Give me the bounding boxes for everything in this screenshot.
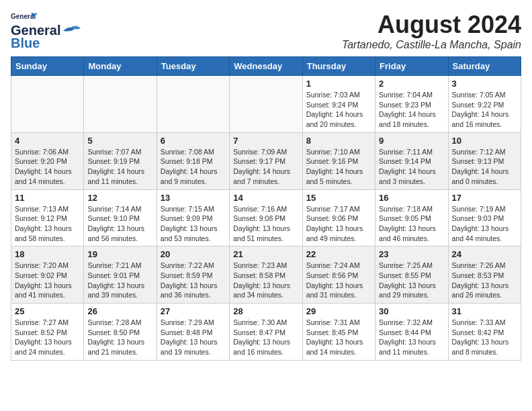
day-number: 14 xyxy=(233,193,298,203)
day-info: Sunrise: 7:16 AM Sunset: 9:08 PM Dayligh… xyxy=(233,204,298,244)
calendar-week-row: 1Sunrise: 7:03 AM Sunset: 9:24 PM Daylig… xyxy=(11,76,521,133)
day-info: Sunrise: 7:28 AM Sunset: 8:50 PM Dayligh… xyxy=(87,318,152,357)
calendar-week-row: 4Sunrise: 7:06 AM Sunset: 9:20 PM Daylig… xyxy=(11,132,521,189)
day-info: Sunrise: 7:29 AM Sunset: 8:48 PM Dayligh… xyxy=(161,318,226,357)
calendar-cell xyxy=(230,76,302,133)
day-number: 8 xyxy=(306,136,371,146)
day-number: 7 xyxy=(233,136,298,146)
day-info: Sunrise: 7:15 AM Sunset: 9:09 PM Dayligh… xyxy=(161,204,226,244)
day-number: 24 xyxy=(452,249,517,259)
column-header-wednesday: Wednesday xyxy=(230,57,302,76)
calendar-cell: 27Sunrise: 7:29 AM Sunset: 8:48 PM Dayli… xyxy=(157,304,229,361)
day-info: Sunrise: 7:11 AM Sunset: 9:14 PM Dayligh… xyxy=(379,147,444,187)
calendar-cell: 10Sunrise: 7:12 AM Sunset: 9:13 PM Dayli… xyxy=(448,132,521,189)
column-header-sunday: Sunday xyxy=(11,57,84,76)
day-info: Sunrise: 7:23 AM Sunset: 8:58 PM Dayligh… xyxy=(233,261,298,300)
day-info: Sunrise: 7:14 AM Sunset: 9:10 PM Dayligh… xyxy=(87,204,152,244)
calendar-cell xyxy=(11,76,84,133)
day-number: 31 xyxy=(452,306,517,316)
day-info: Sunrise: 7:08 AM Sunset: 9:18 PM Dayligh… xyxy=(161,147,226,187)
day-info: Sunrise: 7:05 AM Sunset: 9:22 PM Dayligh… xyxy=(452,90,517,130)
calendar-cell: 16Sunrise: 7:18 AM Sunset: 9:05 PM Dayli… xyxy=(375,189,448,246)
calendar-cell: 23Sunrise: 7:25 AM Sunset: 8:55 PM Dayli… xyxy=(375,246,448,304)
calendar-week-row: 25Sunrise: 7:27 AM Sunset: 8:52 PM Dayli… xyxy=(11,304,521,361)
day-info: Sunrise: 7:30 AM Sunset: 8:47 PM Dayligh… xyxy=(233,318,298,357)
column-header-saturday: Saturday xyxy=(448,57,521,76)
calendar-cell: 19Sunrise: 7:21 AM Sunset: 9:01 PM Dayli… xyxy=(84,246,157,304)
day-number: 21 xyxy=(233,249,298,259)
calendar-cell: 3Sunrise: 7:05 AM Sunset: 9:22 PM Daylig… xyxy=(448,76,521,133)
calendar-week-row: 18Sunrise: 7:20 AM Sunset: 9:02 PM Dayli… xyxy=(11,246,521,304)
logo-bird-icon xyxy=(62,24,82,38)
day-info: Sunrise: 7:12 AM Sunset: 9:13 PM Dayligh… xyxy=(452,147,517,187)
calendar-cell: 2Sunrise: 7:04 AM Sunset: 9:23 PM Daylig… xyxy=(375,76,448,133)
day-number: 22 xyxy=(306,249,371,259)
day-info: Sunrise: 7:20 AM Sunset: 9:02 PM Dayligh… xyxy=(15,261,80,300)
day-number: 9 xyxy=(379,136,444,146)
day-number: 16 xyxy=(379,193,444,203)
calendar-cell: 26Sunrise: 7:28 AM Sunset: 8:50 PM Dayli… xyxy=(84,304,157,361)
day-number: 29 xyxy=(306,306,371,316)
calendar-week-row: 11Sunrise: 7:13 AM Sunset: 9:12 PM Dayli… xyxy=(11,189,521,246)
day-number: 3 xyxy=(452,79,517,89)
title-area: August 2024 Tartanedo, Castille-La Manch… xyxy=(342,11,521,51)
day-info: Sunrise: 7:17 AM Sunset: 9:06 PM Dayligh… xyxy=(306,204,371,244)
calendar-cell: 21Sunrise: 7:23 AM Sunset: 8:58 PM Dayli… xyxy=(230,246,302,304)
column-header-friday: Friday xyxy=(375,57,448,76)
day-info: Sunrise: 7:31 AM Sunset: 8:45 PM Dayligh… xyxy=(306,318,371,357)
calendar-cell: 28Sunrise: 7:30 AM Sunset: 8:47 PM Dayli… xyxy=(230,304,302,361)
day-info: Sunrise: 7:03 AM Sunset: 9:24 PM Dayligh… xyxy=(306,90,371,130)
day-info: Sunrise: 7:06 AM Sunset: 9:20 PM Dayligh… xyxy=(15,147,80,187)
column-header-thursday: Thursday xyxy=(302,57,375,76)
calendar-cell: 14Sunrise: 7:16 AM Sunset: 9:08 PM Dayli… xyxy=(230,189,302,246)
logo-blue: Blue xyxy=(11,36,40,51)
day-number: 12 xyxy=(87,193,152,203)
calendar-header-row: SundayMondayTuesdayWednesdayThursdayFrid… xyxy=(11,57,521,76)
logo: General General Blue xyxy=(11,11,82,51)
day-info: Sunrise: 7:19 AM Sunset: 9:03 PM Dayligh… xyxy=(452,204,517,244)
day-info: Sunrise: 7:32 AM Sunset: 8:44 PM Dayligh… xyxy=(379,318,444,357)
day-number: 30 xyxy=(379,306,444,316)
calendar-cell: 25Sunrise: 7:27 AM Sunset: 8:52 PM Dayli… xyxy=(11,304,84,361)
day-info: Sunrise: 7:27 AM Sunset: 8:52 PM Dayligh… xyxy=(15,318,80,357)
calendar-cell: 1Sunrise: 7:03 AM Sunset: 9:24 PM Daylig… xyxy=(302,76,375,133)
day-number: 23 xyxy=(379,249,444,259)
day-number: 1 xyxy=(306,79,371,89)
calendar-cell: 29Sunrise: 7:31 AM Sunset: 8:45 PM Dayli… xyxy=(302,304,375,361)
day-info: Sunrise: 7:09 AM Sunset: 9:17 PM Dayligh… xyxy=(233,147,298,187)
day-info: Sunrise: 7:26 AM Sunset: 8:53 PM Dayligh… xyxy=(452,261,517,300)
day-number: 5 xyxy=(87,136,152,146)
calendar-cell xyxy=(84,76,157,133)
day-number: 18 xyxy=(15,249,80,259)
calendar-cell: 30Sunrise: 7:32 AM Sunset: 8:44 PM Dayli… xyxy=(375,304,448,361)
day-number: 10 xyxy=(452,136,517,146)
day-info: Sunrise: 7:10 AM Sunset: 9:16 PM Dayligh… xyxy=(306,147,371,187)
day-number: 20 xyxy=(161,249,226,259)
day-number: 13 xyxy=(161,193,226,203)
day-info: Sunrise: 7:04 AM Sunset: 9:23 PM Dayligh… xyxy=(379,90,444,130)
header: General General Blue August 2024 Tartane… xyxy=(11,11,521,51)
day-info: Sunrise: 7:21 AM Sunset: 9:01 PM Dayligh… xyxy=(87,261,152,300)
day-info: Sunrise: 7:33 AM Sunset: 8:42 PM Dayligh… xyxy=(452,318,517,357)
logo-icon: General xyxy=(11,11,38,23)
day-number: 2 xyxy=(379,79,444,89)
day-number: 15 xyxy=(306,193,371,203)
calendar-cell: 7Sunrise: 7:09 AM Sunset: 9:17 PM Daylig… xyxy=(230,132,302,189)
calendar-cell: 11Sunrise: 7:13 AM Sunset: 9:12 PM Dayli… xyxy=(11,189,84,246)
day-info: Sunrise: 7:22 AM Sunset: 8:59 PM Dayligh… xyxy=(161,261,226,300)
day-info: Sunrise: 7:13 AM Sunset: 9:12 PM Dayligh… xyxy=(15,204,80,244)
calendar-cell: 20Sunrise: 7:22 AM Sunset: 8:59 PM Dayli… xyxy=(157,246,229,304)
calendar-cell: 12Sunrise: 7:14 AM Sunset: 9:10 PM Dayli… xyxy=(84,189,157,246)
day-number: 19 xyxy=(87,249,152,259)
calendar-cell xyxy=(157,76,229,133)
day-number: 17 xyxy=(452,193,517,203)
month-year-title: August 2024 xyxy=(342,11,521,39)
calendar-cell: 22Sunrise: 7:24 AM Sunset: 8:56 PM Dayli… xyxy=(302,246,375,304)
calendar-cell: 13Sunrise: 7:15 AM Sunset: 9:09 PM Dayli… xyxy=(157,189,229,246)
day-info: Sunrise: 7:07 AM Sunset: 9:19 PM Dayligh… xyxy=(87,147,152,187)
day-info: Sunrise: 7:18 AM Sunset: 9:05 PM Dayligh… xyxy=(379,204,444,244)
calendar-cell: 17Sunrise: 7:19 AM Sunset: 9:03 PM Dayli… xyxy=(448,189,521,246)
location-subtitle: Tartanedo, Castille-La Mancha, Spain xyxy=(342,39,521,51)
day-number: 25 xyxy=(15,306,80,316)
day-info: Sunrise: 7:25 AM Sunset: 8:55 PM Dayligh… xyxy=(379,261,444,300)
